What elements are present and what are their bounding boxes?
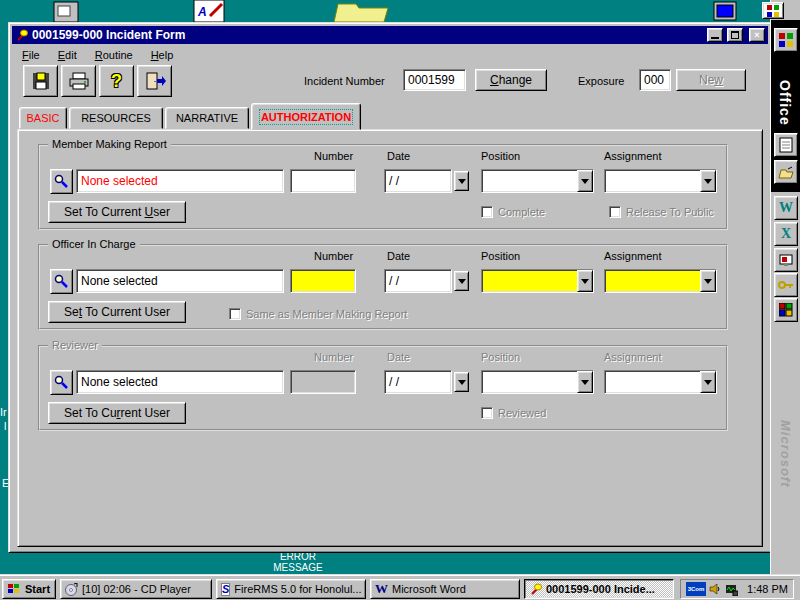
date-column-label: Date	[387, 351, 410, 363]
excel-icon: X	[781, 226, 791, 242]
task-word[interactable]: W Microsoft Word	[370, 579, 520, 599]
magnifier-icon	[54, 274, 69, 289]
task-label: [10] 02:06 - CD Player	[82, 583, 191, 595]
title-bar[interactable]: 0001599-000 Incident Form ×	[12, 26, 768, 44]
chevron-down-icon[interactable]	[700, 270, 716, 292]
lookup-button[interactable]	[50, 269, 73, 294]
position-column-label: Position	[481, 351, 520, 363]
assignment-column-label: Assignment	[604, 351, 661, 363]
assignment-combobox[interactable]	[604, 169, 717, 193]
assignment-combobox[interactable]	[604, 269, 717, 293]
desktop-icon-document-editor[interactable]: A	[188, 0, 232, 22]
task-firerms[interactable]: S FireRMS 5.0 for Honolul...	[216, 579, 366, 599]
assignment-combobox[interactable]	[604, 370, 717, 394]
complete-checkbox[interactable]	[481, 206, 493, 218]
set-to-current-user-button[interactable]: Set To Current User	[48, 402, 186, 424]
chevron-down-icon[interactable]	[577, 170, 593, 192]
date-dropdown-button[interactable]	[454, 171, 469, 191]
key-button[interactable]	[774, 273, 798, 297]
error-label-line2: MESSAGE	[253, 562, 343, 573]
release-to-public-checkbox[interactable]	[609, 206, 621, 218]
assignment-column-label: Assignment	[604, 250, 661, 262]
position-combobox[interactable]	[481, 169, 594, 193]
maximize-button[interactable]	[727, 28, 743, 42]
desktop-icon-computer[interactable]	[48, 0, 82, 22]
chevron-down-icon[interactable]	[700, 371, 716, 393]
change-button[interactable]: Change	[475, 69, 547, 91]
date-dropdown-button[interactable]	[454, 372, 469, 392]
help-button[interactable]: ?	[99, 65, 134, 97]
word-icon: W	[375, 581, 388, 597]
close-button[interactable]: ×	[749, 28, 765, 42]
excel-button[interactable]: X	[774, 222, 798, 246]
tab-authorization[interactable]: AUTHORIZATION	[251, 103, 361, 130]
member-name-field[interactable]: None selected	[76, 169, 284, 193]
date-input[interactable]: / /	[384, 169, 452, 193]
lookup-button[interactable]	[50, 370, 73, 395]
number-input[interactable]	[290, 169, 356, 193]
save-button[interactable]	[23, 65, 58, 97]
volume-icon[interactable]	[709, 583, 721, 595]
tab-basic[interactable]: BASIC	[19, 107, 67, 129]
task-incident-form[interactable]: 0001599-000 Incide...	[524, 579, 674, 599]
chevron-down-icon	[458, 380, 466, 385]
floppy-disk-icon	[31, 71, 51, 91]
magnifier-icon	[54, 174, 69, 189]
start-button[interactable]: Start	[2, 579, 56, 599]
new-button[interactable]: New	[676, 69, 746, 91]
same-as-member-checkbox[interactable]	[229, 308, 241, 320]
exit-button[interactable]	[137, 65, 172, 97]
chevron-down-icon[interactable]	[700, 170, 716, 192]
office-bar-title-button[interactable]	[762, 2, 784, 19]
desktop-icon-error-message[interactable]: ERROR MESSAGE	[253, 551, 343, 573]
grid-icon	[779, 303, 793, 317]
reviewer-name-field[interactable]: None selected	[76, 370, 284, 394]
menu-edit[interactable]: Edit	[56, 48, 79, 62]
date-input[interactable]: / /	[384, 370, 452, 394]
exposure-value: 000	[644, 73, 664, 87]
microsoft-brand-label: Microsoft	[778, 420, 793, 488]
office-logo-icon	[767, 5, 779, 17]
exposure-field[interactable]: 000	[639, 69, 671, 91]
desktop-icon-folder[interactable]	[332, 0, 392, 22]
date-column-label: Date	[387, 150, 410, 162]
group-title: Officer In Charge	[48, 238, 140, 250]
printer-icon	[68, 71, 90, 91]
position-combobox[interactable]	[481, 370, 594, 394]
menu-file[interactable]: File	[20, 48, 42, 62]
set-to-current-user-button[interactable]: Set To Current User	[48, 301, 186, 323]
print-button[interactable]	[61, 65, 96, 97]
exit-door-icon	[144, 71, 166, 91]
officer-name-field[interactable]: None selected	[76, 269, 284, 293]
menu-routine[interactable]: Routine	[93, 48, 135, 62]
open-folder-button[interactable]	[774, 160, 798, 184]
lookup-button[interactable]	[50, 169, 73, 194]
task-cd-player[interactable]: [10] 02:06 - CD Player	[60, 579, 212, 599]
grid-button[interactable]	[774, 298, 798, 322]
number-input[interactable]	[290, 269, 356, 293]
date-dropdown-button[interactable]	[454, 271, 469, 291]
monitor-icon	[779, 254, 793, 267]
chevron-down-icon[interactable]	[577, 270, 593, 292]
3com-tray-icon[interactable]: 3Com	[686, 582, 706, 596]
office-logo-button[interactable]	[774, 28, 798, 52]
date-input[interactable]: / /	[384, 269, 452, 293]
incident-number-field[interactable]: 0001599	[403, 69, 466, 91]
desktop-icon-window[interactable]	[706, 0, 746, 22]
new-document-button[interactable]	[774, 133, 798, 157]
tab-narrative[interactable]: NARRATIVE	[165, 107, 249, 129]
monitor-button[interactable]	[774, 248, 798, 272]
edge-label-fragment: l	[4, 420, 6, 432]
number-input[interactable]	[290, 370, 356, 394]
position-combobox[interactable]	[481, 269, 594, 293]
word-button[interactable]: W	[774, 196, 798, 220]
tab-resources[interactable]: RESOURCES	[69, 107, 163, 129]
menu-help[interactable]: Help	[149, 48, 176, 62]
number-column-label: Number	[314, 250, 353, 262]
clock[interactable]: 1:48 PM	[747, 583, 788, 595]
chevron-down-icon[interactable]	[577, 371, 593, 393]
set-to-current-user-button[interactable]: Set To Current User	[48, 201, 186, 223]
reviewed-checkbox[interactable]	[481, 407, 493, 419]
minimize-button[interactable]	[707, 28, 723, 42]
network-monitor-icon[interactable]	[724, 583, 738, 596]
